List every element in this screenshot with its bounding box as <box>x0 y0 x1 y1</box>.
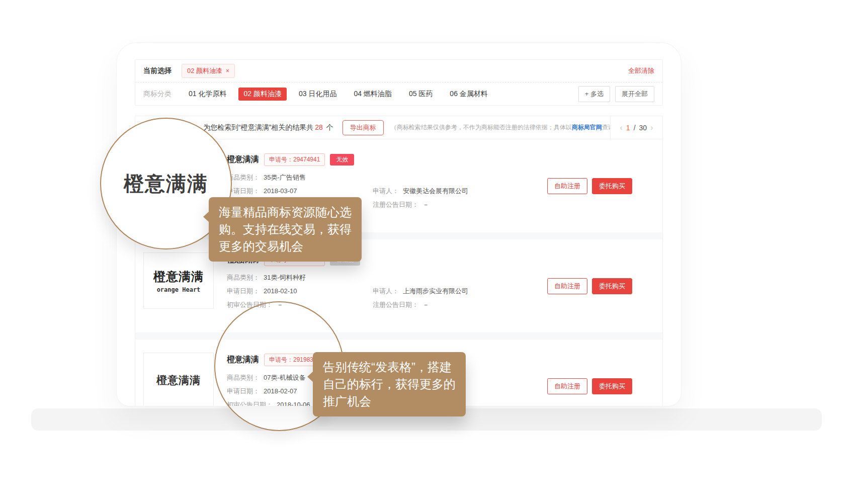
trademark-name: 橙意满满 <box>227 154 259 165</box>
page: 当前选择 02 颜料油漆× 全部清除 商标分类 01 化学原料02 颜料油漆03… <box>0 0 853 504</box>
field-applicant: 申请人：安徽美达会展有限公司 <box>373 187 547 196</box>
trademark-office-link[interactable]: 商标局官网 <box>572 124 602 131</box>
total-pages: 30 <box>639 124 647 132</box>
trademark-image: 橙意满满 <box>143 353 214 406</box>
callout-1-line-2: 购。支持在线交易，获得 <box>219 221 352 238</box>
current-page: 1 <box>626 124 630 132</box>
field-apply-date: 申请日期：2018-02-10 <box>227 287 373 296</box>
summary-suffix: 个 <box>324 123 333 131</box>
callout-1-line-3: 更多的交易机会 <box>219 238 352 255</box>
trademark-image: 橙意满满 orange Heart <box>143 253 214 309</box>
status-badge: 无效 <box>330 154 354 165</box>
row-separator <box>135 332 662 340</box>
self-register-button[interactable]: 自助注册 <box>547 178 587 194</box>
results-count: 28 <box>315 123 323 131</box>
callout-1-line-1: 海量精品商标资源随心选 <box>219 204 352 221</box>
clear-all-button[interactable]: 全部清除 <box>628 66 654 75</box>
filter-card: 当前选择 02 颜料油漆× 全部清除 商标分类 01 化学原料02 颜料油漆03… <box>135 59 663 106</box>
category-row: 商标分类 01 化学原料02 颜料油漆03 日化用品04 燃料油脂05 医药06… <box>135 82 662 105</box>
disclaimer: （商标检索结果仅供参考，不作为商标能否注册的法律依据；具体以商标局官网查询为准。… <box>391 123 610 132</box>
field-registration-publication: 注册公告日期：－ <box>373 300 547 309</box>
row-actions: 自助注册 委托购买 <box>547 278 632 294</box>
entrust-buy-button[interactable]: 委托购买 <box>592 378 632 394</box>
entrust-buy-button[interactable]: 委托购买 <box>592 178 632 194</box>
category-item[interactable]: 03 日化用品 <box>294 88 342 101</box>
trademark-image-subtext: orange Heart <box>157 286 201 293</box>
summary-prefix: 为您检索到“橙意满满”相关的结果共 <box>203 123 313 131</box>
field-registration-publication: 注册公告日期：－ <box>373 200 547 209</box>
category-item[interactable]: 05 医药 <box>404 88 438 101</box>
results-summary: 为您检索到“橙意满满”相关的结果共28 个 <box>203 123 333 132</box>
export-trademarks-button[interactable]: 导出商标 <box>343 120 384 135</box>
field-apply-date: 申请日期：2018-03-07 <box>227 187 373 196</box>
field-category: 商品类别：35类-广告销售 <box>227 173 373 182</box>
application-number-tag: 申请号：29474941 <box>264 153 325 166</box>
category-item[interactable]: 04 燃料油脂 <box>349 88 396 101</box>
trademark-image-text: 橙意满满 <box>156 373 201 387</box>
field-applicant: 申请人：上海雨步实业有限公司 <box>373 287 547 296</box>
row-actions: 自助注册 委托购买 <box>547 378 632 394</box>
selected-filter-tag[interactable]: 02 颜料油漆× <box>182 64 235 78</box>
field-spacer <box>373 173 547 182</box>
trademark-image-text: 橙意满满 <box>153 269 204 285</box>
page-separator: / <box>634 124 636 132</box>
category-item[interactable]: 02 颜料油漆 <box>238 88 286 101</box>
callout-2-line-3: 推广机会 <box>323 393 456 410</box>
callout-bubble-2: 告别传统“发表格”，搭建 自己的标行，获得更多的 推广机会 <box>313 352 466 416</box>
self-register-button[interactable]: 自助注册 <box>547 378 587 394</box>
callout-bubble-1: 海量精品商标资源随心选 购。支持在线交易，获得 更多的交易机会 <box>209 197 362 262</box>
category-item[interactable]: 06 金属材料 <box>445 88 492 101</box>
category-row-label: 商标分类 <box>143 90 172 99</box>
category-item[interactable]: 01 化学原料 <box>184 88 231 101</box>
current-selection-label: 当前选择 <box>143 66 172 75</box>
self-register-button[interactable]: 自助注册 <box>547 278 587 294</box>
current-selection-row: 当前选择 02 颜料油漆× 全部清除 <box>135 60 662 82</box>
callout-2-line-2: 自己的标行，获得更多的 <box>323 376 456 393</box>
next-page-icon[interactable]: › <box>650 123 653 132</box>
field-category: 商品类别：31类-饲料种籽 <box>227 273 373 282</box>
multi-select-button[interactable]: + 多选 <box>578 86 610 102</box>
disclaimer-text-before: （商标检索结果仅供参考，不作为商标能否注册的法律依据；具体以 <box>391 124 572 131</box>
results-header: 为您检索到“橙意满满”相关的结果共28 个 导出商标 （商标检索结果仅供参考，不… <box>135 116 662 139</box>
filter-right-buttons: + 多选 展开全部 <box>578 86 654 102</box>
disclaimer-text-after: 查询为准。） <box>602 124 610 131</box>
prev-page-icon[interactable]: ‹ <box>620 123 623 132</box>
magnified-trademark-text: 橙意满满 <box>124 170 208 198</box>
row-actions: 自助注册 委托购买 <box>547 178 632 194</box>
pagination: ‹ 1 / 30 › <box>610 116 662 139</box>
expand-all-button[interactable]: 展开全部 <box>615 86 654 102</box>
remove-tag-icon[interactable]: × <box>226 67 229 74</box>
category-list: 01 化学原料02 颜料油漆03 日化用品04 燃料油脂05 医药06 金属材料 <box>184 88 493 101</box>
entrust-buy-button[interactable]: 委托购买 <box>592 278 632 294</box>
trademark-title-line: 橙意满满 申请号：29474941 无效 <box>227 153 547 166</box>
selected-filter-tag-label: 02 颜料油漆 <box>187 67 222 74</box>
callout-2-line-1: 告别传统“发表格”，搭建 <box>323 359 456 376</box>
field-spacer <box>373 273 547 282</box>
